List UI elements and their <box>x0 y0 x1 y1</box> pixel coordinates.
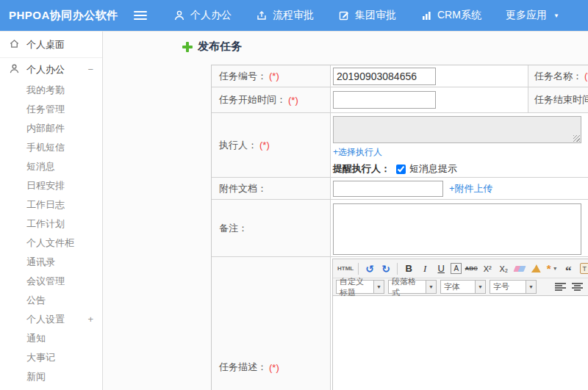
caret-down-icon: ▼ <box>373 281 384 293</box>
eraser-button[interactable] <box>513 261 526 276</box>
bold-button[interactable]: B <box>402 261 415 276</box>
html-source-button[interactable]: HTML <box>337 261 354 276</box>
executor-label-cell: 执行人： (*) <box>212 113 331 177</box>
attachment-upload-link[interactable]: +附件上传 <box>449 182 493 195</box>
font-size-select[interactable]: 字号 ▼ <box>490 280 537 294</box>
sidebar-item-announcement[interactable]: 公告 <box>0 291 102 310</box>
brush-icon <box>531 264 541 272</box>
strikethrough-button[interactable]: ABC <box>465 261 478 276</box>
sidebar-item-news[interactable]: 新闻 <box>0 367 102 386</box>
end-time-label-cell: 任务结束时间： (*) <box>528 87 588 112</box>
align-center-icon[interactable] <box>572 282 583 292</box>
select-executor-link[interactable]: +选择执行人 <box>333 146 382 159</box>
start-time-cell <box>331 87 528 112</box>
nav-label: 更多应用 <box>506 9 547 22</box>
custom-heading-select[interactable]: 自定义标题 ▼ <box>336 280 384 294</box>
required-marker: (*) <box>288 95 298 106</box>
sidebar: 个人桌面 个人办公 − 我的考勤 任务管理 内部邮件 手机短信 短消息 日程安排… <box>0 31 103 390</box>
clipboard-icon: T <box>580 263 588 274</box>
editor-content-area[interactable] <box>333 296 588 390</box>
attachment-cell: +附件上传 <box>331 178 588 199</box>
nav-more-apps[interactable]: 更多应用 ▼ <box>506 9 559 22</box>
form-row-attachment: 附件文档： +附件上传 <box>212 178 588 200</box>
sidebar-item-label: 个人设置 <box>26 314 65 325</box>
sidebar-item-mobile-sms[interactable]: 手机短信 <box>0 138 102 157</box>
toolbar-separator <box>397 263 398 275</box>
sidebar-item-personal-desktop[interactable]: 个人桌面 <box>0 32 102 58</box>
remark-label: 备注： <box>219 222 248 235</box>
executor-label: 执行人： <box>219 139 257 152</box>
paste-template-button[interactable]: T <box>578 261 588 276</box>
sidebar-item-notice[interactable]: 通知 <box>0 329 102 348</box>
remark-label-cell: 备注： <box>212 200 331 256</box>
form-row-remark: 备注： <box>212 200 588 257</box>
caret-down-icon: ▼ <box>426 281 436 293</box>
format-brush-button[interactable] <box>529 261 542 276</box>
start-time-input[interactable] <box>333 91 436 109</box>
sidebar-item-meeting-management[interactable]: 会议管理 <box>0 272 102 291</box>
form-row-start-time: 任务开始时间： (*) 任务结束时间： (*) <box>212 87 588 113</box>
home-icon <box>9 38 20 51</box>
sidebar-item-task-management[interactable]: 任务管理 <box>0 100 102 119</box>
user-icon <box>173 10 185 21</box>
edit-square-icon <box>338 10 350 21</box>
font-family-select[interactable]: 字体 ▼ <box>440 280 486 294</box>
superscript-button[interactable]: X² <box>481 261 494 276</box>
attachment-label-cell: 附件文档： <box>212 178 331 199</box>
executor-cell: +选择执行人 提醒执行人： 短消息提示 <box>331 113 588 177</box>
expand-plus-icon[interactable]: + <box>87 310 93 329</box>
nav-personal-office[interactable]: 个人办公 <box>173 9 232 22</box>
sidebar-item-label: 个人桌面 <box>26 38 65 51</box>
sidebar-item-memorabilia[interactable]: 大事记 <box>0 348 102 367</box>
app-window: PHPOA协同办公软件 个人办公 流程审批 <box>0 0 588 390</box>
sidebar-item-internal-mail[interactable]: 内部邮件 <box>0 119 102 138</box>
form-row-executor: 执行人： (*) +选择执行人 提醒执行人： 短消息提示 <box>212 113 588 178</box>
nav-crm-system[interactable]: CRM系统 <box>420 9 481 22</box>
publish-task-form: 任务编号： (*) 任务名称： (*) 任务开始时间： (*) <box>211 65 588 390</box>
caret-down-icon: ▼ <box>475 281 485 293</box>
attachment-input[interactable] <box>333 181 443 197</box>
select-value: 段落格式 <box>389 281 426 293</box>
collapse-minus-icon[interactable]: − <box>87 64 93 75</box>
remind-executor-row: 提醒执行人： 短消息提示 <box>333 162 457 176</box>
italic-button[interactable]: I <box>418 261 431 276</box>
nav-group-approval[interactable]: 集团审批 <box>338 9 396 22</box>
required-marker: (*) <box>269 71 279 82</box>
task-number-input[interactable] <box>333 68 436 85</box>
sidebar-item-work-log[interactable]: 工作日志 <box>0 195 102 214</box>
blockquote-button[interactable]: “ <box>562 261 575 276</box>
font-border-button[interactable]: A <box>451 263 462 274</box>
alignment-buttons <box>552 282 588 292</box>
sms-remind-checkbox[interactable] <box>396 165 406 174</box>
start-time-label-cell: 任务开始时间： (*) <box>212 87 331 112</box>
subscript-button[interactable]: X₂ <box>497 261 510 276</box>
redo-button[interactable]: ↻ <box>379 261 392 276</box>
resize-grip-icon[interactable] <box>573 135 580 142</box>
sidebar-item-schedule[interactable]: 日程安排 <box>0 176 102 195</box>
hamburger-menu-icon[interactable] <box>134 11 147 20</box>
main-content: 发布任务 任务编号： (*) 任务名称： (*) 任务开 <box>103 31 588 390</box>
executor-textarea[interactable] <box>333 116 581 143</box>
sidebar-item-personal-office[interactable]: 个人办公 − <box>0 58 102 81</box>
select-value: 字体 <box>441 281 475 293</box>
toolbar-separator <box>358 263 359 275</box>
remark-textarea[interactable] <box>333 203 581 255</box>
sidebar-item-work-plan[interactable]: 工作计划 <box>0 214 102 234</box>
align-left-icon[interactable] <box>555 282 566 292</box>
person-icon <box>9 63 20 76</box>
text-effects-button[interactable]: * ▼ <box>545 261 559 276</box>
sidebar-item-personal-files[interactable]: 个人文件柜 <box>0 234 102 253</box>
nav-label: 个人办公 <box>190 9 232 22</box>
description-editor-cell: HTML ↺ ↻ B I U A ABC X² X₂ <box>331 257 588 390</box>
underline-button[interactable]: U <box>434 261 448 276</box>
sidebar-item-contacts[interactable]: 通讯录 <box>0 253 102 272</box>
undo-button[interactable]: ↺ <box>363 261 376 276</box>
form-row-description: 任务描述： (*) HTML ↺ ↻ B I U <box>212 257 588 390</box>
sidebar-item-my-attendance[interactable]: 我的考勤 <box>0 81 102 100</box>
nav-workflow-approval[interactable]: 流程审批 <box>256 9 314 22</box>
flow-approve-icon <box>256 10 268 21</box>
eraser-icon <box>514 266 526 272</box>
sidebar-item-short-message[interactable]: 短消息 <box>0 157 102 176</box>
sidebar-item-personal-settings[interactable]: 个人设置 + <box>0 310 102 329</box>
paragraph-format-select[interactable]: 段落格式 ▼ <box>388 280 437 294</box>
